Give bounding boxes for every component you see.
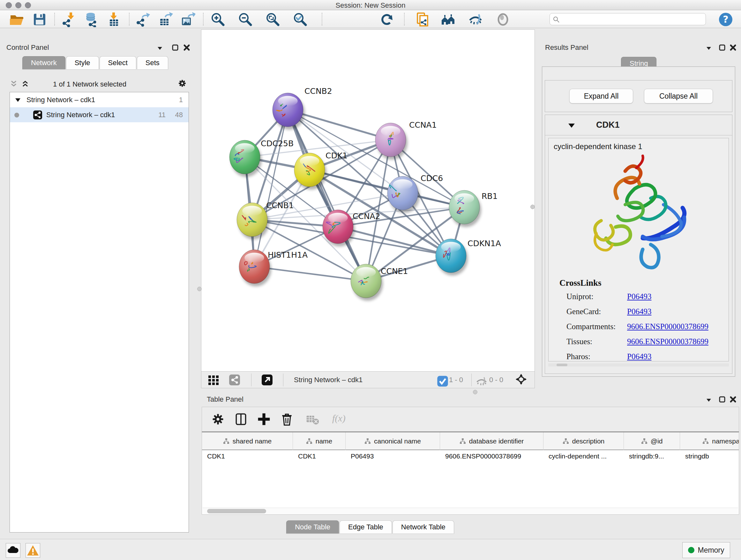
network-node-CCNE1[interactable]: CCNE1 bbox=[351, 264, 408, 301]
zoom-in-button[interactable] bbox=[210, 12, 225, 27]
network-node-CDC25B[interactable]: CDC25B bbox=[229, 139, 293, 177]
selected-indicator-checkbox[interactable] bbox=[437, 375, 446, 384]
maximize-panel-button[interactable] bbox=[718, 395, 726, 403]
column-header-shared-name[interactable]: shared name bbox=[202, 432, 293, 450]
save-session-button[interactable] bbox=[32, 12, 47, 27]
tab-network-table[interactable]: Network Table bbox=[393, 520, 454, 534]
network-node-RB1[interactable]: RB1 bbox=[449, 190, 497, 227]
maximize-panel-button[interactable] bbox=[718, 44, 726, 52]
hidden-indicator[interactable] bbox=[476, 375, 486, 384]
column-header-name[interactable]: name bbox=[293, 432, 346, 450]
collapse-all-button[interactable]: Collapse All bbox=[644, 89, 713, 104]
column-header-id[interactable]: @id bbox=[624, 432, 680, 450]
column-header-description[interactable]: description bbox=[543, 432, 624, 450]
refresh-button[interactable] bbox=[379, 12, 394, 27]
network-options-button[interactable] bbox=[178, 79, 186, 87]
export-network-button[interactable] bbox=[135, 12, 151, 27]
show-hidden-button[interactable] bbox=[495, 12, 511, 27]
zoom-out-button[interactable] bbox=[238, 12, 253, 27]
node-gloss-highlight bbox=[328, 213, 347, 223]
import-network-from-database-button[interactable] bbox=[84, 12, 99, 27]
network-node-CDK1[interactable]: CDK1 bbox=[294, 151, 347, 190]
table-cell[interactable]: CDK1 bbox=[202, 450, 293, 463]
results-scrollbar[interactable] bbox=[548, 363, 729, 367]
network-node-CDKN1A[interactable]: CDKN1A bbox=[435, 239, 501, 275]
tab-sets[interactable]: Sets bbox=[137, 56, 168, 69]
string-results-container: Expand All Collapse All CDK1 cyclin-depe… bbox=[542, 66, 735, 377]
warnings-button[interactable] bbox=[25, 543, 40, 558]
show-all-views-button[interactable] bbox=[441, 12, 456, 27]
close-panel-button[interactable] bbox=[729, 44, 737, 52]
left-splitter-handle[interactable] bbox=[197, 287, 202, 291]
network-row[interactable]: String Network – cdk1 11 48 bbox=[10, 107, 189, 122]
float-panel-button[interactable] bbox=[704, 396, 713, 404]
search-input[interactable] bbox=[562, 14, 702, 24]
export-image-button[interactable] bbox=[180, 12, 195, 27]
delete-column-button[interactable] bbox=[280, 412, 294, 426]
table-cell[interactable]: 9606.ENSP00000378699 bbox=[440, 450, 543, 463]
tab-node-table[interactable]: Node Table bbox=[286, 520, 339, 534]
crosslink-link[interactable]: P06493 bbox=[627, 292, 651, 301]
float-panel-button[interactable] bbox=[156, 44, 164, 52]
grid-view-button[interactable] bbox=[208, 374, 219, 386]
table-hscrollbar-thumb[interactable] bbox=[207, 509, 266, 513]
crosslink-link[interactable]: 9606.ENSP00000378699 bbox=[627, 322, 709, 331]
maximize-panel-button[interactable] bbox=[171, 44, 179, 52]
zoom-selected-button[interactable] bbox=[292, 12, 308, 27]
network-node-HIST1H1A[interactable]: HIST1H1A bbox=[239, 250, 308, 287]
crosslink-link[interactable]: 9606.ENSP00000378699 bbox=[627, 337, 709, 346]
crosslink-link[interactable]: P06493 bbox=[627, 352, 651, 361]
collection-expand-icon[interactable] bbox=[15, 98, 21, 103]
table-cell[interactable]: stringdb bbox=[680, 450, 739, 463]
memory-button[interactable]: Memory bbox=[682, 542, 730, 558]
clone-network-button[interactable] bbox=[415, 12, 430, 27]
column-header-namespace[interactable]: namespace bbox=[680, 432, 739, 450]
tab-style[interactable]: Style bbox=[66, 56, 99, 69]
close-panel-button[interactable] bbox=[729, 395, 737, 403]
table-cell[interactable]: CDK1 bbox=[293, 450, 346, 463]
table-cell[interactable]: P06493 bbox=[346, 450, 440, 463]
tab-network[interactable]: Network bbox=[22, 56, 65, 69]
birds-eye-toggle-button[interactable] bbox=[515, 374, 528, 386]
table-options-button[interactable] bbox=[211, 412, 225, 426]
hide-unhide-button[interactable] bbox=[468, 12, 483, 27]
table-cell[interactable]: stringdb:9... bbox=[624, 450, 680, 463]
cloud-status-button[interactable] bbox=[6, 543, 20, 558]
string-network-graph[interactable]: CCNB2CCNA1CDC25BCDK1CDC6RB1CCNB1CCNA2CDK… bbox=[201, 30, 535, 371]
fit-content-button[interactable] bbox=[265, 12, 280, 27]
column-header-database-identifier[interactable]: database identifier bbox=[440, 432, 543, 450]
collapse-gene-icon[interactable] bbox=[568, 123, 575, 128]
right-splitter-handle[interactable] bbox=[530, 205, 535, 209]
gene-detail-card: cyclin-dependent kinase 1 bbox=[548, 138, 729, 361]
crosslink-link[interactable]: P06493 bbox=[627, 307, 651, 316]
column-type-icon bbox=[702, 438, 709, 444]
show-columns-button[interactable] bbox=[234, 412, 248, 426]
gene-header[interactable]: CDK1 bbox=[545, 115, 732, 135]
open-session-button[interactable] bbox=[9, 12, 24, 27]
results-scrollbar-thumb[interactable] bbox=[556, 364, 567, 366]
import-table-button[interactable] bbox=[106, 12, 121, 27]
export-table-button[interactable] bbox=[158, 12, 173, 27]
bottom-splitter-handle[interactable] bbox=[473, 390, 477, 394]
tab-edge-table[interactable]: Edge Table bbox=[340, 520, 392, 534]
network-collection-row[interactable]: String Network – cdk1 1 bbox=[10, 92, 189, 107]
tab-select[interactable]: Select bbox=[99, 56, 136, 69]
crosslink-row: Tissues:9606.ENSP00000378699 bbox=[566, 337, 726, 352]
detach-view-button[interactable] bbox=[261, 374, 273, 386]
expand-all-button[interactable]: Expand All bbox=[569, 89, 633, 104]
import-network-button[interactable] bbox=[61, 12, 77, 27]
column-type-icon bbox=[306, 438, 313, 444]
node-gloss-highlight bbox=[278, 96, 297, 106]
network-overview-button[interactable] bbox=[229, 374, 240, 386]
float-panel-button[interactable] bbox=[704, 44, 713, 52]
search-field[interactable] bbox=[549, 13, 706, 25]
close-panel-button[interactable] bbox=[183, 44, 191, 52]
table-hscrollbar[interactable] bbox=[203, 508, 738, 514]
table-row[interactable]: CDK1CDK1P064939606.ENSP00000378699cyclin… bbox=[202, 450, 739, 463]
help-button[interactable]: ? bbox=[718, 12, 733, 27]
table-cell[interactable]: cyclin-dependent ... bbox=[543, 450, 624, 463]
trash-icon bbox=[280, 412, 294, 426]
column-header-canonical-name[interactable]: canonical name bbox=[346, 432, 440, 450]
create-column-button[interactable] bbox=[257, 412, 271, 426]
network-edge[interactable] bbox=[254, 110, 288, 266]
